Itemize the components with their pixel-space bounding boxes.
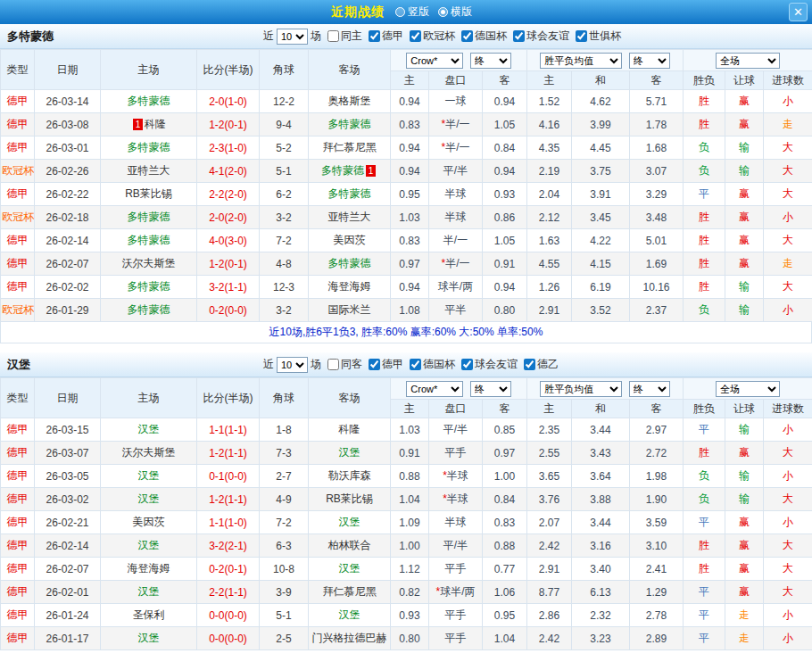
match-row[interactable]: 德甲26-02-07沃尔夫斯堡1-2(0-1)4-8多特蒙德0.97*半/一0.… [1, 252, 812, 276]
handicap-result-cell: 赢 [725, 113, 764, 136]
team-name: 汉堡 [138, 539, 160, 551]
away-odds-cell: 1.05 [483, 229, 527, 252]
league-filter-3[interactable]: 德国杯 [461, 29, 507, 44]
home-team-cell: 沃尔夫斯堡 [101, 252, 197, 276]
odds-time-select[interactable]: 终 [470, 53, 511, 69]
match-row[interactable]: 欧冠杯26-02-18多特蒙德2-0(2-0)3-2亚特兰大1.03半球0.86… [1, 206, 812, 229]
layout-horizontal-radio[interactable]: 横版 [438, 4, 472, 20]
away-odds-cell: 0.97 [483, 442, 527, 465]
league-filter-checkbox[interactable] [369, 30, 380, 42]
odds-time-select[interactable]: 终 [470, 381, 511, 397]
team-name: 多特蒙德 [321, 164, 364, 177]
result-cell: 负 [684, 465, 725, 488]
home-team-cell: 多特蒙德 [101, 136, 197, 160]
team-name: 多特蒙德 [128, 280, 170, 293]
layout-vertical-radio[interactable]: 竖版 [395, 4, 429, 20]
league-filter-checkbox[interactable] [410, 359, 421, 370]
avg-time-select[interactable]: 终 [629, 53, 670, 69]
home-odds-cell: 0.83 [391, 113, 429, 136]
match-row[interactable]: 德甲26-02-02多特蒙德3-2(1-1)12-3海登海姆0.94球半/两0.… [1, 276, 812, 299]
match-row[interactable]: 德甲26-01-17汉堡0-0(0-0)2-5门兴格拉德巴赫0.80平手1.04… [1, 627, 812, 650]
section-gap [0, 343, 812, 352]
result-cell: 平 [684, 627, 725, 650]
match-row[interactable]: 德甲26-02-14多特蒙德4-0(3-0)7-2美因茨0.83半/一1.051… [1, 229, 812, 252]
league-filter-checkbox[interactable] [524, 359, 535, 370]
match-row[interactable]: 德甲26-03-01多特蒙德2-3(1-0)5-2拜仁慕尼黑0.94*半/一0.… [1, 136, 812, 160]
league-filter-2[interactable]: 德国杯 [410, 357, 455, 372]
league-filter-checkbox[interactable] [513, 30, 525, 42]
corners-cell: 5-1 [260, 604, 309, 627]
bookmaker-select[interactable]: Crow* [406, 53, 463, 69]
sub-handicap: 盘口 [429, 400, 483, 418]
league-filter-1[interactable]: 德甲 [369, 29, 403, 44]
avg-away-cell: 3.29 [630, 183, 684, 206]
match-row[interactable]: 德甲26-03-02汉堡1-2(1-1)4-9RB莱比锡1.04*半球0.843… [1, 488, 812, 511]
league-filter-checkbox[interactable] [461, 359, 473, 370]
league-filter-5[interactable]: 世俱杯 [576, 29, 621, 44]
league-filter-4[interactable]: 德乙 [524, 357, 559, 372]
handicap-result-cell: 输 [725, 299, 764, 322]
handicap-result-cell: 输 [725, 465, 764, 488]
close-button[interactable]: ✕ [789, 3, 808, 21]
match-row[interactable]: 德甲26-03-081科隆1-2(0-1)9-4多特蒙德0.83*半/一1.05… [1, 113, 812, 136]
away-team-cell: 国际米兰 [309, 299, 391, 322]
league-filter-checkbox[interactable] [327, 359, 339, 370]
avg-away-cell: 1.98 [630, 465, 684, 488]
corners-cell: 3-9 [260, 581, 309, 604]
team-name: 汉堡 [138, 585, 160, 598]
scope-header: 全场 [684, 378, 812, 400]
score-cell: 2-0(2-0) [197, 206, 260, 229]
hamburg-recent-count-select[interactable]: 10 [277, 357, 308, 373]
team-name: 多特蒙德 [128, 303, 170, 316]
avg-type-select[interactable]: 胜平负均值 [540, 381, 622, 397]
match-row[interactable]: 欧冠杯26-01-29多特蒙德0-2(0-0)3-2国际米兰1.08平半0.80… [1, 299, 812, 322]
match-row[interactable]: 德甲26-03-07沃尔夫斯堡1-2(1-1)7-3汉堡0.91平手0.972.… [1, 442, 812, 465]
home-odds-cell: 0.94 [391, 276, 429, 299]
dortmund-recent-count-select[interactable]: 10 [277, 29, 308, 45]
league-cell: 欧冠杯 [1, 299, 35, 322]
league-filter-4[interactable]: 球会友谊 [513, 29, 569, 44]
team-name: 科隆 [145, 118, 166, 130]
scope-select[interactable]: 全场 [716, 381, 780, 397]
league-filter-3[interactable]: 球会友谊 [461, 357, 518, 372]
league-filter-checkbox[interactable] [410, 30, 421, 42]
match-row[interactable]: 德甲26-02-14汉堡3-2(2-1)6-3柏林联合1.00平/半0.882.… [1, 534, 812, 558]
league-filter-checkbox[interactable] [369, 359, 380, 370]
col-score: 比分(半场) [197, 378, 260, 418]
league-filter-2[interactable]: 欧冠杯 [410, 29, 455, 44]
match-row[interactable]: 德甲26-02-01汉堡2-2(1-1)3-9拜仁慕尼黑0.82*球半/两1.0… [1, 581, 812, 604]
league-filter-0[interactable]: 同主 [327, 29, 362, 44]
radio-selected-icon [438, 7, 448, 17]
games-label: 场 [311, 29, 321, 44]
handicap-result-cell: 输 [725, 488, 764, 511]
home-odds-cell: 0.91 [391, 442, 429, 465]
bookmaker-select[interactable]: Crow* [406, 381, 463, 397]
avg-type-select[interactable]: 胜平负均值 [540, 53, 622, 69]
league-filter-checkbox[interactable] [576, 30, 587, 42]
match-row[interactable]: 德甲26-02-22RB莱比锡2-2(2-0)6-2多特蒙德0.95半球0.93… [1, 183, 812, 206]
date-cell: 26-03-02 [35, 488, 101, 511]
scope-select[interactable]: 全场 [716, 53, 780, 69]
match-row[interactable]: 德甲26-03-14多特蒙德2-0(1-0)12-2奥格斯堡0.94一球0.94… [1, 90, 812, 113]
result-cell: 胜 [684, 252, 725, 276]
match-row[interactable]: 欧冠杯26-02-26亚特兰大4-1(2-0)5-1多特蒙德10.94平/半0.… [1, 160, 812, 183]
match-row[interactable]: 德甲26-03-05汉堡0-1(0-0)2-7勒沃库森0.88*半球1.003.… [1, 465, 812, 488]
team-name: 汉堡 [339, 516, 360, 528]
team-name: 圣保利 [133, 608, 165, 621]
league-filter-1[interactable]: 德甲 [369, 357, 403, 372]
league-filter-checkbox[interactable] [327, 30, 339, 42]
league-filter-0[interactable]: 同客 [327, 357, 362, 372]
avg-home-cell: 8.77 [527, 581, 572, 604]
avg-time-select[interactable]: 终 [629, 381, 670, 397]
avg-draw-cell: 3.64 [572, 465, 630, 488]
match-row[interactable]: 德甲26-03-15汉堡1-1(1-1)1-8科隆1.03平/半0.852.35… [1, 418, 812, 442]
goals-result-cell: 大 [764, 488, 812, 511]
handicap-result-cell: 输 [725, 418, 764, 442]
league-filter-checkbox[interactable] [461, 30, 473, 42]
match-row[interactable]: 德甲26-02-21美因茨1-1(1-0)7-2汉堡1.09半球0.832.07… [1, 511, 812, 534]
match-row[interactable]: 德甲26-02-07海登海姆0-2(0-1)10-8汉堡1.12平手0.772.… [1, 558, 812, 581]
match-row[interactable]: 德甲26-01-24圣保利0-0(0-0)5-1汉堡0.93平手0.952.86… [1, 604, 812, 627]
sub-avg-home: 主 [527, 71, 572, 90]
hamburg-table: 类型 日期 主场 比分(半场) 角球 客场 Crow* 终 胜平负均值 终 [0, 377, 812, 650]
home-odds-cell: 0.95 [391, 183, 429, 206]
